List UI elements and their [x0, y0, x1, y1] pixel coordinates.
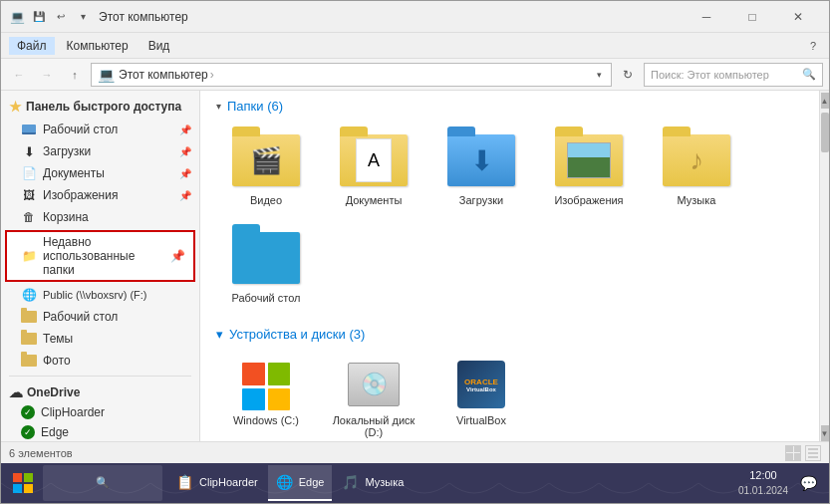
date-display: 01.01.2024 [738, 484, 788, 498]
taskbar-app-music[interactable]: 🎵 Музыка [334, 465, 412, 501]
sidebar-trash-label: Корзина [43, 210, 89, 224]
sidebar-item-trash[interactable]: 🗑 Корзина [1, 206, 199, 228]
status-text: 6 элементов [9, 447, 73, 459]
sidebar-item-documents[interactable]: 📄 Документы 📌 [1, 162, 199, 184]
address-bar[interactable]: 💻 Этот компьютер › ▾ [91, 63, 612, 87]
music-folder-icon: ♪ [661, 130, 732, 190]
quickaccess-label: Панель быстрого доступа [26, 100, 181, 114]
folder-item-documents[interactable]: A Документы [324, 124, 423, 213]
undo-quick-btn[interactable]: ↩ [51, 7, 71, 27]
onedrive-cloud-icon: ☁ [9, 384, 23, 400]
desktop-label: Рабочий стол [231, 292, 300, 304]
menu-file[interactable]: Файл [9, 37, 55, 55]
device-item-vbox[interactable]: ORACLE VirtualBox VirtualBox [431, 352, 531, 441]
sidebar-item-foto[interactable]: Фото [1, 350, 199, 372]
statusbar: 6 элементов [1, 441, 829, 463]
sidebar: ★ Панель быстрого доступа Рабочий стол 📌… [1, 91, 200, 441]
grid-view-btn[interactable] [785, 445, 801, 461]
sidebar-item-rdesktop[interactable]: Рабочий стол [1, 306, 199, 328]
network-icon: 🌐 [21, 287, 37, 303]
sidebar-item-themes[interactable]: Темы [1, 328, 199, 350]
start-logo [13, 473, 33, 493]
sidebar-item-desktop[interactable]: Рабочий стол 📌 [1, 119, 199, 140]
images-pin-icon: 📌 [179, 190, 191, 201]
scroll-up-arrow[interactable]: ▲ [821, 93, 829, 109]
menu-view[interactable]: Вид [140, 37, 178, 55]
folder-item-music[interactable]: ♪ Музыка [647, 124, 746, 213]
help-button[interactable]: ? [805, 38, 821, 54]
documents-label: Документы [346, 194, 403, 206]
menubar: Файл Компьютер Вид ? [1, 33, 829, 59]
trash-icon: 🗑 [21, 209, 37, 225]
search-taskbar-btn[interactable]: 🔍 [43, 465, 162, 501]
sidebar-item-recent-folders[interactable]: 📁 Недавно использованные папки 📌 [5, 230, 195, 282]
time-display: 12:00 01.01.2024 [738, 468, 788, 497]
device-item-windows[interactable]: Windows (C:) [216, 352, 316, 441]
sidebar-public-label: Public (\\vboxsrv) (F:) [43, 289, 147, 301]
folder-item-desktop[interactable]: Рабочий стол [216, 221, 316, 311]
titlebar: 💻 💾 ↩ ▾ Этот компьютер ─ □ ✕ [1, 1, 829, 33]
folder-item-video[interactable]: 🎬 Видео [216, 124, 316, 213]
edge-label: Edge [41, 425, 69, 439]
scrollbar[interactable]: ▲ ▼ [819, 91, 829, 441]
list-view-btn[interactable] [805, 445, 821, 461]
window-icon: 💻 [9, 9, 25, 25]
win-tile-4 [268, 388, 291, 411]
folders-grid: 🎬 Видео [216, 124, 803, 311]
address-dropdown-icon[interactable]: ▾ [593, 69, 605, 81]
menu-computer[interactable]: Компьютер [59, 37, 137, 55]
up-button[interactable]: ↑ [63, 63, 87, 87]
sidebar-themes-label: Темы [43, 332, 73, 346]
devices-section-header[interactable]: ▾ Устройства и диски (3) [216, 327, 803, 342]
search-box[interactable]: Поиск: Этот компьютер 🔍 [644, 63, 823, 87]
star-icon: ★ [9, 99, 22, 115]
more-quick-btn[interactable]: ▾ [73, 7, 93, 27]
music-app-label: Музыка [365, 476, 404, 488]
downloads-label: Загрузки [459, 194, 503, 206]
scrollbar-thumb[interactable] [821, 113, 829, 152]
scroll-down-arrow[interactable]: ▼ [821, 425, 829, 441]
recent-pin-icon: 📌 [170, 249, 185, 263]
start-tile-4 [24, 484, 33, 493]
minimize-button[interactable]: ─ [684, 1, 729, 33]
address-separator: › [210, 68, 214, 82]
forward-button[interactable]: → [35, 63, 59, 87]
refresh-button[interactable]: ↻ [616, 63, 640, 87]
address-pc-icon: 💻 [98, 67, 115, 83]
sidebar-item-downloads[interactable]: ⬇ Загрузки 📌 [1, 140, 199, 162]
localdisk-label: Локальный диск (D:) [331, 414, 416, 438]
folders-section-header[interactable]: ▾ Папки (6) [216, 99, 803, 114]
sidebar-item-images[interactable]: 🖼 Изображения 📌 [1, 184, 199, 206]
close-button[interactable]: ✕ [775, 1, 821, 33]
address-text: Этот компьютер [119, 68, 208, 82]
maximize-button[interactable]: □ [729, 1, 775, 33]
window-controls: ─ □ ✕ [684, 1, 821, 33]
folder-item-downloads[interactable]: ⬇ Загрузки [431, 124, 531, 213]
start-tile-3 [13, 484, 22, 493]
sidebar-item-public[interactable]: 🌐 Public (\\vboxsrv) (F:) [1, 284, 199, 306]
folder-item-images[interactable]: Изображения [539, 124, 639, 213]
back-button[interactable]: ← [7, 63, 31, 87]
search-placeholder-text: Поиск: Этот компьютер [651, 69, 798, 81]
main-area: ★ Панель быстрого доступа Рабочий стол 📌… [1, 91, 829, 441]
sidebar-item-cliphoarder[interactable]: ✓ ClipHoarder [1, 402, 199, 422]
desktop-folder-icon [230, 228, 302, 288]
cliphoarder-app-label: ClipHoarder [199, 476, 258, 488]
vbox-label: VirtualBox [456, 414, 506, 426]
vbox-logo: ORACLE VirtualBox [457, 361, 505, 408]
device-item-localdisk[interactable]: 💿 Локальный диск (D:) [324, 352, 423, 441]
documents-folder-icon: A [338, 130, 410, 190]
window-title: Этот компьютер [99, 10, 684, 24]
notifications-btn[interactable]: 💬 [796, 473, 821, 493]
start-button[interactable] [5, 465, 41, 501]
taskbar-time[interactable]: 12:00 01.01.2024 [734, 466, 792, 499]
save-quick-btn[interactable]: 💾 [29, 7, 49, 27]
vbox-drive-icon: ORACLE VirtualBox [449, 359, 513, 410]
music-label: Музыка [678, 194, 716, 206]
devices-chevron-icon: ▾ [216, 327, 223, 342]
sidebar-item-edge[interactable]: ✓ Edge [1, 422, 199, 441]
taskbar-app-edge[interactable]: 🌐 Edge [268, 465, 333, 501]
sidebar-quickaccess-header[interactable]: ★ Панель быстрого доступа [1, 95, 199, 119]
taskbar-app-cliphoarder[interactable]: 📋 ClipHoarder [168, 465, 266, 501]
window: 💻 💾 ↩ ▾ Этот компьютер ─ □ ✕ Файл Компью… [0, 0, 830, 504]
